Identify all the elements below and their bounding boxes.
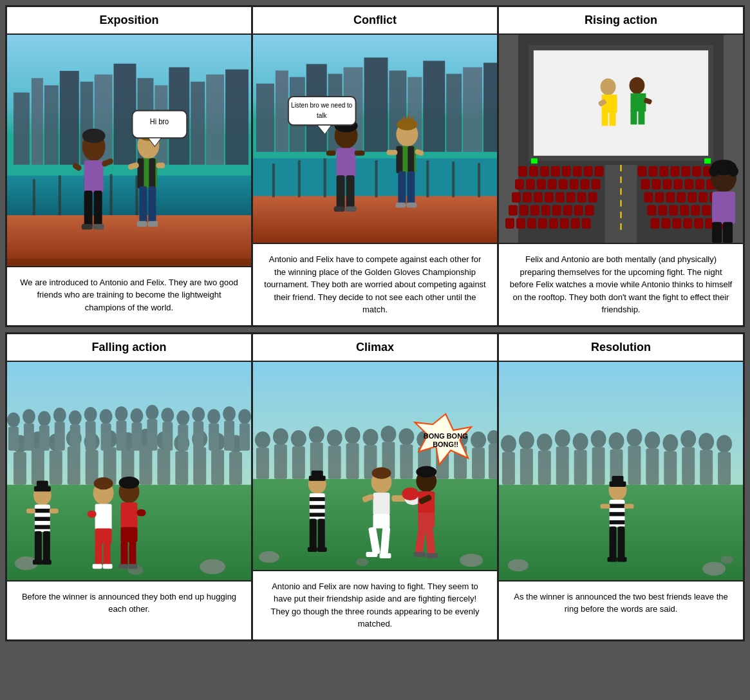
svg-rect-125 xyxy=(529,166,538,176)
svg-rect-392 xyxy=(664,451,677,484)
svg-point-313 xyxy=(327,430,342,446)
svg-point-241 xyxy=(38,411,51,426)
svg-rect-29 xyxy=(93,224,104,230)
svg-rect-292 xyxy=(103,563,113,568)
svg-text:talk: talk xyxy=(317,112,327,119)
svg-rect-128 xyxy=(562,166,571,176)
svg-rect-159 xyxy=(538,218,547,229)
svg-rect-281 xyxy=(35,531,42,562)
svg-point-251 xyxy=(115,406,128,421)
svg-rect-232 xyxy=(193,447,206,484)
svg-rect-282 xyxy=(43,531,50,562)
svg-point-373 xyxy=(501,435,516,453)
svg-rect-129 xyxy=(573,166,582,176)
svg-rect-16 xyxy=(7,215,251,265)
svg-rect-38 xyxy=(137,158,144,189)
svg-rect-388 xyxy=(628,446,641,484)
svg-rect-109 xyxy=(602,111,608,126)
svg-rect-308 xyxy=(274,444,287,479)
svg-rect-157 xyxy=(516,218,525,229)
svg-rect-242 xyxy=(39,425,50,450)
svg-rect-165 xyxy=(648,166,657,176)
svg-rect-81 xyxy=(326,151,336,156)
svg-rect-262 xyxy=(193,421,203,451)
svg-point-333 xyxy=(259,551,279,563)
svg-rect-248 xyxy=(86,421,96,451)
row-2: Falling action xyxy=(5,332,745,641)
svg-rect-153 xyxy=(563,205,572,216)
svg-rect-126 xyxy=(540,166,549,176)
svg-rect-350 xyxy=(373,514,390,528)
svg-rect-51 xyxy=(276,71,288,152)
svg-text:Hi bro: Hi bro xyxy=(150,117,169,126)
svg-rect-121 xyxy=(621,200,622,207)
svg-point-257 xyxy=(161,408,174,422)
svg-rect-28 xyxy=(82,224,93,230)
svg-rect-127 xyxy=(551,166,560,176)
svg-rect-45 xyxy=(156,162,165,168)
svg-rect-181 xyxy=(655,192,664,202)
svg-rect-123 xyxy=(621,223,622,230)
svg-rect-314 xyxy=(328,446,341,479)
svg-point-315 xyxy=(345,427,361,444)
svg-rect-300 xyxy=(119,563,128,568)
svg-rect-118 xyxy=(621,165,622,171)
climax-text: Antonio and Felix are now having to figh… xyxy=(253,571,497,639)
svg-rect-214 xyxy=(32,448,44,484)
svg-rect-341 xyxy=(310,505,325,509)
svg-text:BONG!!: BONG!! xyxy=(433,440,458,448)
svg-rect-293 xyxy=(88,511,97,518)
svg-rect-228 xyxy=(157,448,170,484)
svg-rect-195 xyxy=(650,218,659,229)
conflict-text: Antonio and Felix have to compete agains… xyxy=(253,244,497,325)
svg-rect-346 xyxy=(317,547,327,551)
svg-rect-172 xyxy=(641,179,650,189)
svg-rect-277 xyxy=(35,516,50,520)
svg-rect-173 xyxy=(652,179,661,189)
svg-rect-161 xyxy=(560,218,569,229)
svg-rect-287 xyxy=(95,504,112,529)
svg-rect-374 xyxy=(502,452,515,485)
svg-rect-82 xyxy=(355,151,365,156)
svg-rect-139 xyxy=(592,179,601,189)
svg-point-249 xyxy=(100,409,113,424)
svg-rect-138 xyxy=(581,179,590,189)
svg-rect-193 xyxy=(702,205,711,216)
svg-rect-296 xyxy=(121,502,138,528)
svg-point-348 xyxy=(372,467,391,478)
svg-rect-394 xyxy=(682,447,695,484)
svg-point-375 xyxy=(519,431,534,449)
svg-rect-131 xyxy=(595,166,604,176)
svg-rect-199 xyxy=(694,218,703,229)
climax-header: Climax xyxy=(253,334,497,362)
svg-rect-135 xyxy=(548,179,557,189)
svg-rect-306 xyxy=(256,448,269,478)
svg-rect-26 xyxy=(84,191,93,227)
svg-rect-76 xyxy=(337,148,356,177)
row-1: Exposition xyxy=(5,5,745,327)
svg-rect-396 xyxy=(700,449,713,484)
svg-rect-289 xyxy=(95,542,102,565)
svg-rect-105 xyxy=(531,158,538,164)
svg-rect-410 xyxy=(624,504,633,508)
svg-rect-144 xyxy=(556,192,565,202)
svg-rect-152 xyxy=(552,205,561,216)
svg-point-267 xyxy=(238,409,251,424)
svg-rect-66 xyxy=(298,160,301,198)
svg-rect-343 xyxy=(310,518,317,549)
svg-point-309 xyxy=(291,430,306,447)
svg-rect-376 xyxy=(520,448,533,484)
svg-rect-188 xyxy=(647,205,656,216)
cell-resolution: Resolution xyxy=(499,334,743,639)
svg-point-253 xyxy=(130,408,143,423)
svg-rect-130 xyxy=(584,166,593,176)
svg-rect-398 xyxy=(718,452,731,485)
svg-rect-156 xyxy=(505,218,514,229)
svg-rect-119 xyxy=(621,176,622,183)
svg-rect-238 xyxy=(8,426,19,450)
svg-rect-95 xyxy=(386,150,397,155)
svg-rect-280 xyxy=(50,509,59,513)
svg-rect-110 xyxy=(610,111,616,126)
svg-rect-185 xyxy=(698,192,708,202)
svg-rect-42 xyxy=(136,221,147,227)
